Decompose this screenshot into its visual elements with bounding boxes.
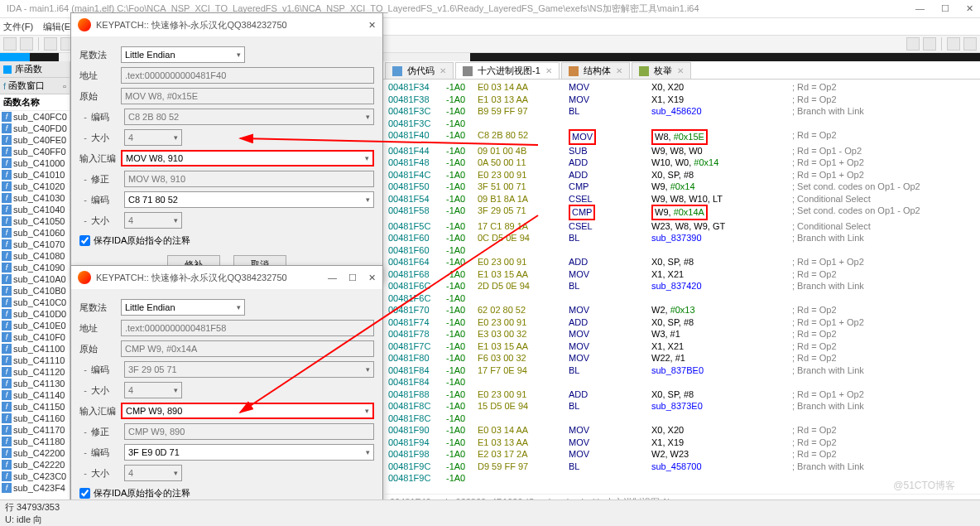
disasm-row[interactable]: 00481F8C-1A015 D5 0E 94BLsub_8373E0; Bra…	[388, 400, 977, 413]
fn-item[interactable]: fsub_C41120	[0, 366, 70, 378]
close-icon[interactable]: ✕	[966, 3, 973, 14]
tb-save-icon[interactable]	[20, 37, 33, 51]
disasm-row[interactable]: 00481F6C-1A0	[388, 292, 977, 305]
disasm-row[interactable]: 00481F98-1A0E2 03 17 2AMOVW2, W23; Rd = …	[388, 448, 977, 461]
disassembly-view[interactable]: 00481F34-1A0E0 03 14 AAMOVX0, X20; Rd = …	[385, 80, 980, 492]
fn-item[interactable]: fsub_C42200	[0, 447, 70, 459]
endian-select[interactable]: Little Endian▾	[121, 46, 245, 63]
disasm-row[interactable]: 00481F60-1A00C D5 0E 94BLsub_837390; Bra…	[388, 232, 977, 244]
tab-structures[interactable]: 结构体✕	[561, 62, 630, 79]
tb-search-icon[interactable]	[44, 37, 57, 51]
tb-tool3-icon[interactable]	[947, 37, 960, 51]
fn-item[interactable]: fsub_C40FD0	[0, 123, 70, 134]
fn-item[interactable]: fsub_C40FF0	[0, 146, 70, 157]
dlg-close-icon[interactable]: ✕	[368, 20, 376, 31]
fn-item[interactable]: fsub_C41100	[0, 343, 70, 355]
fn-item[interactable]: fsub_C410F0	[0, 331, 70, 343]
save-comment-checkbox[interactable]	[79, 488, 90, 499]
function-icon: f	[2, 112, 12, 122]
fn-item[interactable]: fsub_C41020	[0, 181, 70, 192]
disasm-row[interactable]: 00481F84-1A017 F7 0E 94BLsub_837BE0; Bra…	[388, 364, 977, 377]
disasm-row[interactable]: 00481F88-1A0E0 23 00 91ADDX0, SP, #8; Rd…	[388, 388, 977, 401]
fn-name-col[interactable]: 函数名称	[0, 94, 70, 111]
pin-icon[interactable]: ▫	[63, 81, 66, 91]
save-comment-checkbox[interactable]	[79, 235, 90, 246]
disasm-row[interactable]: 00481F5C-1A017 C1 89 1ACSELW23, W8, W9, …	[388, 220, 977, 233]
fn-item[interactable]: fsub_C42220	[0, 459, 70, 471]
fn-item[interactable]: fsub_C423C0	[0, 471, 70, 482]
tab-enums[interactable]: 枚举✕	[632, 62, 691, 79]
encoding2-field[interactable]: C8 71 80 52▾	[124, 191, 374, 208]
disasm-row[interactable]: 00481F78-1A0E3 03 00 32MOVW3, #1; Rd = O…	[388, 328, 977, 340]
encoding2-field[interactable]: 3F E9 0D 71▾	[124, 444, 374, 461]
disasm-row[interactable]: 00481F9C-1A0	[388, 472, 977, 485]
disasm-row[interactable]: 00481F70-1A062 02 80 52MOVW2, #0x13; Rd …	[388, 304, 977, 316]
disasm-row[interactable]: 00481F3C-1A0B9 59 FF 97BLsub_458620; Bra…	[388, 105, 977, 118]
disasm-row[interactable]: 00481F6C-1A02D D5 0E 94BLsub_837420; Bra…	[388, 280, 977, 292]
tb-open-icon[interactable]	[3, 37, 17, 51]
minimize-icon[interactable]: —	[915, 3, 925, 14]
fn-item[interactable]: fsub_C41030	[0, 192, 70, 204]
fn-item[interactable]: fsub_C41000	[0, 157, 70, 169]
disasm-row[interactable]: 00481F94-1A0E1 03 13 AAMOVX1, X19; Rd = …	[388, 437, 977, 449]
fn-item[interactable]: fsub_C41010	[0, 169, 70, 181]
disasm-row[interactable]: 00481F90-1A0E0 03 14 AAMOVX0, X20; Rd = …	[388, 424, 977, 437]
maximize-icon[interactable]: ☐	[941, 3, 949, 14]
fn-item[interactable]: fsub_C41110	[0, 355, 70, 366]
fn-item[interactable]: fsub_C41060	[0, 227, 70, 239]
disasm-row[interactable]: 00481F68-1A0E1 03 15 AAMOVX1, X21; Rd = …	[388, 268, 977, 281]
disasm-row[interactable]: 00481F54-1A009 B1 8A 1ACSELW9, W8, W10, …	[388, 193, 977, 205]
fn-item[interactable]: fsub_C41040	[0, 204, 70, 215]
fn-item[interactable]: fsub_C41080	[0, 250, 70, 262]
fn-item[interactable]: fsub_C40FE0	[0, 134, 70, 146]
disasm-row[interactable]: 00481F48-1A00A 50 00 11ADDW10, W0, #0x14…	[388, 157, 977, 169]
fn-item[interactable]: fsub_C41070	[0, 239, 70, 250]
fn-item[interactable]: fsub_C41160	[0, 413, 70, 424]
dlg-max-icon[interactable]: ☐	[348, 273, 357, 283]
function-icon: f	[2, 135, 12, 145]
fn-item[interactable]: fsub_C410A0	[0, 273, 70, 285]
fn-item[interactable]: fsub_C41140	[0, 389, 70, 401]
fn-item[interactable]: fsub_C41150	[0, 401, 70, 413]
disasm-row[interactable]: 00481F34-1A0E0 03 14 AAMOVX0, X20; Rd = …	[388, 81, 977, 94]
tb-tool2-icon[interactable]	[923, 37, 936, 51]
disasm-row[interactable]: 00481F44-1A009 01 00 4BSUBW9, W8, W0; Rd…	[388, 145, 977, 157]
disasm-row[interactable]: 00481F9C-1A0D9 59 FF 97BLsub_458700; Bra…	[388, 461, 977, 473]
disasm-row[interactable]: 00481F64-1A0E0 23 00 91ADDX0, SP, #8; Rd…	[388, 256, 977, 268]
disasm-row[interactable]: 00481F3C-1A0	[388, 118, 977, 130]
dlg-close-icon[interactable]: ✕	[368, 273, 376, 283]
fn-item[interactable]: fsub_C410B0	[0, 285, 70, 297]
disasm-row[interactable]: 00481F84-1A0	[388, 376, 977, 388]
fn-item[interactable]: fsub_C423F4	[0, 482, 70, 494]
fn-item[interactable]: fsub_C40FC0	[0, 111, 70, 123]
disasm-row[interactable]: 00481F40-1A0C8 2B 80 52MOVW8, #0x15E; Rd…	[388, 129, 977, 145]
fn-item[interactable]: fsub_C410E0	[0, 320, 70, 331]
tab-pseudocode[interactable]: 伪代码✕	[385, 62, 454, 79]
disasm-row[interactable]: 00481F80-1A0F6 03 00 32MOVW22, #1; Rd = …	[388, 352, 977, 364]
tab-hexview[interactable]: 十六进制视图-1✕	[455, 62, 560, 79]
fn-item[interactable]: fsub_C410C0	[0, 297, 70, 308]
fn-item[interactable]: fsub_C410D0	[0, 308, 70, 320]
fn-item[interactable]: fsub_C41050	[0, 215, 70, 227]
assembly-input[interactable]: MOV W8, 910▾	[121, 150, 374, 166]
disasm-row[interactable]: 00481F74-1A0E0 23 00 91ADDX0, SP, #8; Rd…	[388, 316, 977, 329]
disasm-row[interactable]: 00481F58-1A03F 29 05 71CMPW9, #0x14A; Se…	[388, 205, 977, 220]
disasm-row[interactable]: 00481F60-1A0	[388, 244, 977, 257]
disasm-row[interactable]: 00481F8C-1A0	[388, 413, 977, 425]
dlg-min-icon[interactable]: —	[328, 273, 337, 283]
disasm-row[interactable]: 00481F7C-1A0E1 03 15 AAMOVX1, X21; Rd = …	[388, 340, 977, 353]
assembly-input[interactable]: CMP W9, 890▾	[121, 403, 374, 419]
disasm-row[interactable]: 00481F4C-1A0E0 23 00 91ADDX0, SP, #8; Rd…	[388, 169, 977, 181]
disasm-row[interactable]: 00481F50-1A03F 51 00 71CMPW9, #0x14; Set…	[388, 181, 977, 193]
fn-item[interactable]: fsub_C41170	[0, 424, 70, 436]
tb-tool1-icon[interactable]	[906, 37, 920, 51]
menu-file[interactable]: 文件(F)	[3, 21, 33, 33]
endian-select[interactable]: Little Endian▾	[121, 299, 245, 316]
disasm-row[interactable]: 00481F38-1A0E1 03 13 AAMOVX1, X19; Rd = …	[388, 94, 977, 106]
menu-edit[interactable]: 编辑(E)	[43, 21, 74, 33]
fn-item[interactable]: fsub_C41180	[0, 436, 70, 447]
function-icon: f	[2, 321, 12, 331]
fn-item[interactable]: fsub_C41130	[0, 378, 70, 389]
fn-item[interactable]: fsub_C41090	[0, 262, 70, 273]
tb-tool4-icon[interactable]	[963, 37, 977, 51]
